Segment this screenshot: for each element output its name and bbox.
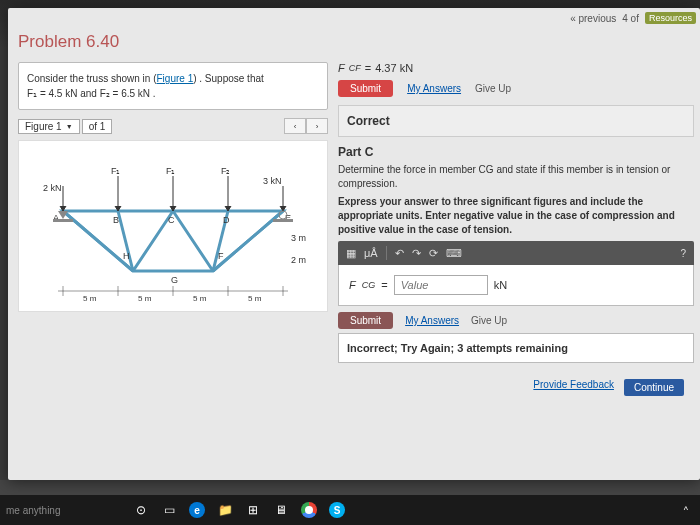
skype-icon[interactable]: S — [324, 498, 350, 522]
edge-icon[interactable]: e — [184, 498, 210, 522]
svg-text:F₁: F₁ — [166, 166, 176, 176]
svg-text:5 m: 5 m — [138, 294, 152, 303]
svg-text:5 m: 5 m — [248, 294, 262, 303]
monitor-icon[interactable]: 🖥 — [268, 498, 294, 522]
windows-taskbar: me anything ⊙ ▭ e 📁 ⊞ 🖥 S ^ — [0, 495, 700, 525]
svg-text:F₁: F₁ — [111, 166, 121, 176]
problem-title: Problem 6.40 — [18, 32, 700, 52]
redo-icon[interactable]: ↷ — [412, 247, 421, 260]
fig-next-btn[interactable]: › — [306, 118, 328, 134]
svg-text:5 m: 5 m — [83, 294, 97, 303]
reset-icon[interactable]: ⟳ — [429, 247, 438, 260]
svg-text:H: H — [123, 251, 130, 261]
system-tray[interactable]: ^ — [684, 505, 694, 515]
svg-text:2 kN: 2 kN — [43, 183, 62, 193]
giveup-link-2[interactable]: Give Up — [471, 315, 507, 326]
svg-text:3 m: 3 m — [291, 233, 306, 243]
store-icon[interactable]: ⊞ — [240, 498, 266, 522]
unit-label[interactable]: kN — [494, 279, 507, 291]
svg-rect-30 — [53, 219, 73, 222]
truss-figure: 2 kN F₁ F₁ F₂ 3 kN A B C D E F G H 3 m 2… — [18, 140, 328, 312]
part-c-hint: Express your answer to three significant… — [338, 195, 694, 237]
folder-icon[interactable]: 📁 — [212, 498, 238, 522]
svg-text:G: G — [171, 275, 178, 285]
problem-statement: Consider the truss shown in (Figure 1) .… — [18, 62, 328, 110]
equation-toolbar: ▦ μÅ ↶ ↷ ⟳ ⌨ ? — [338, 241, 694, 265]
svg-text:3 kN: 3 kN — [263, 176, 282, 186]
chrome-icon[interactable] — [296, 498, 322, 522]
resources-btn[interactable]: Resources — [645, 12, 696, 24]
format-icon[interactable]: ▦ — [346, 247, 356, 260]
page-count: 4 of — [622, 13, 639, 24]
incorrect-status: Incorrect; Try Again; 3 attempts remaini… — [338, 333, 694, 363]
fig-prev-btn[interactable]: ‹ — [284, 118, 306, 134]
svg-text:B: B — [113, 215, 119, 225]
continue-btn[interactable]: Continue — [624, 379, 684, 396]
help-icon[interactable]: ? — [680, 248, 686, 259]
undo-icon[interactable]: ↶ — [395, 247, 404, 260]
svg-text:5 m: 5 m — [193, 294, 207, 303]
chevron-down-icon: ▼ — [66, 123, 73, 130]
keyboard-icon[interactable]: ⌨ — [446, 247, 462, 260]
figure-select[interactable]: Figure 1▼ — [18, 119, 80, 134]
giveup-link-1[interactable]: Give Up — [475, 83, 511, 94]
submit-btn-1[interactable]: Submit — [338, 80, 393, 97]
fcf-answer: FCF = 4.37 kN — [338, 62, 694, 74]
mic-icon[interactable]: ⊙ — [128, 498, 154, 522]
svg-text:F: F — [218, 251, 224, 261]
feedback-link[interactable]: Provide Feedback — [533, 379, 614, 396]
sub-icon[interactable]: μÅ — [364, 247, 378, 259]
fcg-value-input[interactable] — [394, 275, 488, 295]
submit-btn-2[interactable]: Submit — [338, 312, 393, 329]
part-c-question: Determine the force in member CG and sta… — [338, 163, 694, 191]
prev-link[interactable]: « previous — [570, 13, 616, 24]
correct-status: Correct — [338, 105, 694, 137]
cortana-input[interactable]: me anything — [6, 505, 126, 516]
my-answers-link-2[interactable]: My Answers — [405, 315, 459, 326]
taskview-icon[interactable]: ▭ — [156, 498, 182, 522]
svg-rect-32 — [273, 219, 293, 222]
part-c-header: Part C — [338, 145, 694, 159]
my-answers-link-1[interactable]: My Answers — [407, 83, 461, 94]
svg-text:C: C — [168, 215, 175, 225]
svg-text:D: D — [223, 215, 230, 225]
svg-text:2 m: 2 m — [291, 255, 306, 265]
figure-link[interactable]: Figure 1 — [157, 73, 194, 84]
figure-of: of 1 — [82, 119, 113, 134]
svg-text:F₂: F₂ — [221, 166, 231, 176]
